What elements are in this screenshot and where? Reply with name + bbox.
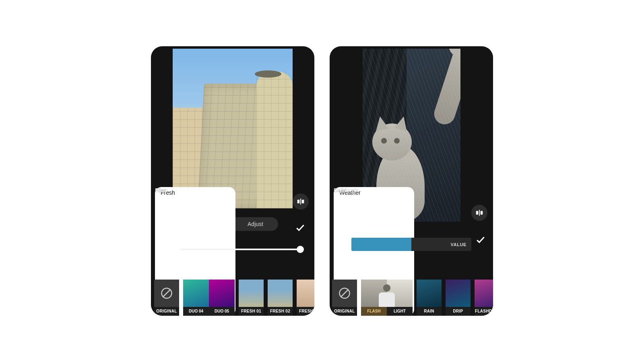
- thumb-flashdrip[interactable]: FLASHDRIP: [475, 280, 493, 316]
- thumb-flash-light-pair[interactable]: FLASH LIGHT: [361, 280, 413, 316]
- svg-rect-1: [302, 200, 304, 203]
- thumb-original-label: ORIGINAL: [332, 307, 357, 316]
- effect-thumbnails[interactable]: ORIGINAL FLASH LIGHT RAIN DRIP: [330, 277, 493, 316]
- effect-category-row[interactable]: Retro Retro2 Weather Celebrate Style: [330, 222, 493, 230]
- svg-rect-0: [297, 200, 300, 203]
- slider-knob[interactable]: [297, 246, 304, 253]
- thumb-fresh01[interactable]: FRESH 01: [239, 280, 264, 316]
- preview-area: [151, 46, 314, 208]
- confirm-button[interactable]: [293, 221, 307, 234]
- svg-rect-6: [481, 211, 483, 214]
- confirm-button[interactable]: [474, 233, 487, 247]
- thumb-light-label: LIGHT: [387, 307, 413, 316]
- thumb-fresh03[interactable]: FRESH 03: [297, 280, 314, 316]
- value-bar[interactable]: VALUE: [351, 238, 471, 251]
- svg-line-4: [163, 290, 170, 297]
- thumb-rain[interactable]: RAIN: [417, 280, 442, 316]
- svg-line-9: [341, 290, 348, 297]
- compare-icon[interactable]: [471, 205, 487, 221]
- thumb-drip-label: DRIP: [446, 307, 471, 316]
- toggle-adjust[interactable]: Adjust: [233, 217, 278, 231]
- filter-thumbnails[interactable]: ORIGINAL DUO 04 DUO 05 FRESH 01 FRESH 02…: [151, 277, 314, 316]
- thumb-fresh02[interactable]: FRESH 02: [268, 280, 293, 316]
- svg-rect-2: [300, 199, 301, 205]
- thumb-drip[interactable]: DRIP: [446, 280, 471, 316]
- filter-category-row[interactable]: Cream Amber Duo Fresh Film Plum Spot: [151, 231, 314, 240]
- compare-icon[interactable]: [293, 193, 309, 210]
- editor-screen-filter: Filter Adjust Cream Amber Duo Fresh Film…: [151, 46, 314, 316]
- value-bar-fill: [351, 238, 411, 251]
- thumb-duo05-label: DUO 05: [209, 307, 235, 316]
- preview-image-building[interactable]: [173, 49, 293, 208]
- svg-rect-7: [479, 210, 480, 216]
- thumb-duo-pair[interactable]: DUO 04 DUO 05: [183, 280, 235, 316]
- intensity-slider[interactable]: [180, 249, 303, 250]
- thumb-flashdrip-label: FLASHDRIP: [475, 307, 493, 316]
- thumb-original-label: ORIGINAL: [154, 307, 179, 316]
- editor-screen-weather: Retro Retro2 Weather Celebrate Style VAL…: [330, 46, 493, 316]
- thumb-fresh02-label: FRESH 02: [268, 307, 293, 316]
- thumb-rain-label: RAIN: [417, 307, 442, 316]
- cat-style[interactable]: Style: [334, 222, 414, 230]
- thumb-original[interactable]: ORIGINAL: [154, 280, 179, 316]
- value-bar-label: VALUE: [451, 242, 466, 247]
- cat-spot[interactable]: Spot: [155, 231, 235, 240]
- thumb-original[interactable]: ORIGINAL: [332, 280, 357, 316]
- thumb-flash-label: FLASH: [361, 307, 387, 316]
- svg-rect-5: [476, 211, 479, 214]
- thumb-duo04-label: DUO 04: [183, 307, 209, 316]
- thumb-fresh03-label: FRESH 03: [297, 307, 314, 316]
- thumb-fresh01-label: FRESH 01: [239, 307, 264, 316]
